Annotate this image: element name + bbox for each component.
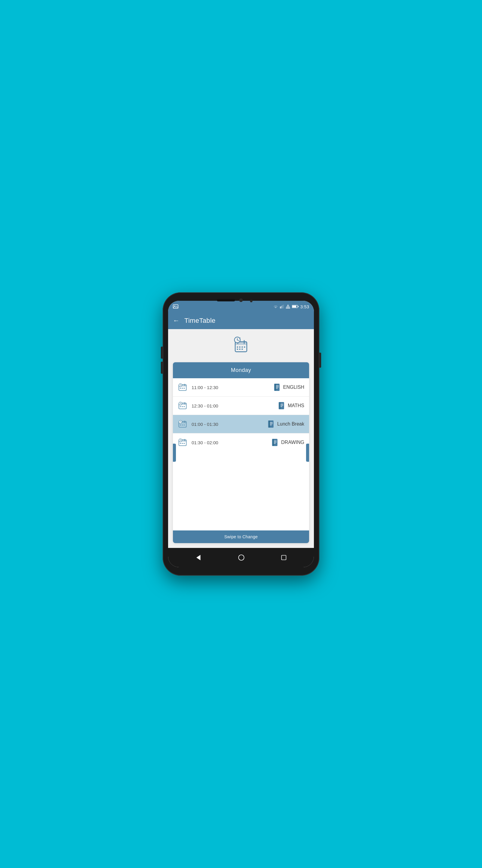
svg-rect-18: [244, 347, 245, 348]
row-subject-2: Lunch Break: [277, 421, 304, 427]
status-left-icons: [173, 304, 178, 309]
battery-icon: [292, 305, 298, 308]
status-bar: 3:53: [168, 301, 314, 312]
svg-rect-17: [242, 347, 243, 348]
back-button[interactable]: ←: [173, 317, 180, 324]
phone-screen: 3:53 ← TimeTable: [168, 301, 314, 567]
svg-rect-20: [239, 349, 240, 350]
wifi-icon: [273, 304, 278, 309]
svg-rect-66: [268, 421, 274, 428]
svg-rect-5: [283, 305, 284, 309]
svg-marker-7: [287, 306, 289, 308]
scroll-left-indicator: [173, 444, 176, 462]
content-area: Monday: [168, 329, 314, 548]
timetable-icon: [230, 335, 252, 356]
status-time: 3:53: [300, 304, 309, 309]
svg-rect-82: [273, 439, 274, 446]
svg-rect-19: [237, 349, 238, 350]
svg-rect-62: [184, 425, 185, 426]
svg-rect-9: [292, 306, 296, 308]
timetable-card-wrapper: Monday: [173, 362, 309, 543]
svg-rect-15: [237, 347, 238, 348]
swipe-footer[interactable]: Swipe to Change: [173, 530, 309, 543]
svg-rect-36: [274, 384, 280, 391]
navigation-bar: [168, 548, 314, 567]
svg-rect-88: [282, 555, 286, 560]
volume-up-button[interactable]: [161, 347, 163, 359]
page-title: TimeTable: [184, 317, 215, 324]
recent-square-icon: [281, 555, 287, 561]
subject-icon-3: [271, 438, 278, 446]
volume-down-button[interactable]: [161, 362, 163, 374]
svg-rect-67: [269, 421, 270, 427]
day-name: Monday: [231, 367, 251, 373]
signal1-icon: [280, 304, 284, 309]
svg-rect-61: [182, 425, 183, 426]
row-subject-3: DRAWING: [281, 440, 304, 445]
schedule-list[interactable]: 11:00 - 12:30 ENGLISH: [173, 378, 309, 530]
app-toolbar: ← TimeTable: [168, 312, 314, 329]
swipe-label: Swipe to Change: [224, 534, 258, 539]
svg-rect-21: [242, 349, 243, 350]
schedule-row-1[interactable]: 12:30 - 01:00 MATHS: [173, 397, 309, 415]
timetable-card: Monday: [173, 362, 309, 543]
row-icon-3: [178, 438, 187, 447]
recent-nav-button[interactable]: [281, 555, 287, 561]
signal2-icon: [286, 304, 290, 309]
svg-rect-2: [280, 307, 281, 308]
day-header: Monday: [173, 362, 309, 378]
row-subject-1: MATHS: [288, 403, 304, 408]
svg-rect-32: [184, 388, 185, 389]
svg-rect-75: [180, 443, 181, 444]
back-triangle-icon: [195, 554, 202, 561]
svg-rect-10: [298, 306, 298, 307]
subject-icon-0: [274, 383, 280, 391]
status-right-icons: 3:53: [273, 304, 309, 309]
svg-rect-31: [182, 388, 183, 389]
back-nav-button[interactable]: [195, 554, 202, 561]
row-time-1: 12:30 - 01:00: [192, 403, 278, 408]
svg-point-25: [237, 339, 238, 340]
home-circle-icon: [238, 554, 245, 561]
schedule-row-3[interactable]: 01:30 - 02:00 DRAWING: [173, 433, 309, 452]
svg-marker-86: [197, 555, 200, 560]
image-status-icon: [173, 304, 178, 309]
svg-rect-4: [282, 305, 283, 308]
svg-rect-60: [180, 425, 181, 426]
svg-rect-16: [239, 347, 240, 348]
svg-rect-0: [173, 305, 178, 308]
scroll-right-indicator: [306, 444, 309, 462]
svg-rect-46: [182, 406, 183, 407]
schedule-row-2[interactable]: 01:00 - 01:30 Lunch Break: [173, 415, 309, 433]
svg-rect-77: [184, 443, 185, 444]
row-time-3: 01:30 - 02:00: [192, 440, 271, 445]
row-subject-0: ENGLISH: [283, 384, 304, 390]
subject-icon-1: [278, 402, 285, 410]
subject-icon-2: [267, 420, 274, 428]
row-icon-0: [178, 382, 187, 392]
timetable-icon-wrap: [230, 335, 252, 358]
svg-rect-76: [182, 443, 183, 444]
svg-rect-37: [275, 384, 276, 391]
power-button[interactable]: [319, 352, 321, 368]
svg-rect-81: [272, 439, 278, 446]
home-nav-button[interactable]: [238, 554, 245, 561]
row-time-0: 11:00 - 12:30: [192, 385, 274, 390]
phone-frame: 3:53 ← TimeTable: [163, 292, 319, 576]
svg-rect-51: [279, 402, 284, 409]
svg-rect-47: [184, 406, 185, 407]
svg-rect-52: [280, 402, 281, 409]
svg-point-87: [238, 555, 244, 560]
row-time-2: 01:00 - 01:30: [192, 422, 267, 427]
row-icon-2: [178, 419, 187, 429]
svg-rect-3: [281, 306, 282, 309]
schedule-row-0[interactable]: 11:00 - 12:30 ENGLISH: [173, 378, 309, 397]
svg-rect-45: [180, 406, 181, 407]
svg-rect-30: [180, 388, 181, 389]
row-icon-1: [178, 401, 187, 410]
